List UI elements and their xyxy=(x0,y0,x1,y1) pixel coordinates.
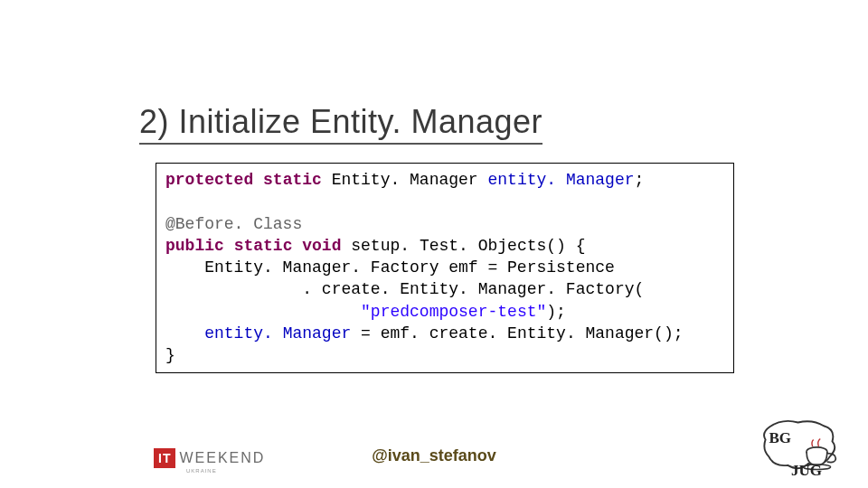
code-text: Entity. Manager xyxy=(322,171,488,189)
code-text: . create. Entity. Manager. Factory( xyxy=(165,280,644,298)
code-text: setup. Test. Objects() { xyxy=(341,237,585,255)
field: entity. Manager xyxy=(487,171,634,189)
keyword: static xyxy=(263,171,322,189)
slide: 2) Initialize Entity. Manager protected … xyxy=(0,0,868,488)
logo-it-box: IT xyxy=(154,448,175,468)
code-text xyxy=(165,303,361,321)
it-weekend-logo: IT WEEKEND UKRAINE xyxy=(154,448,265,468)
code-text: = emf. create. Entity. Manager(); xyxy=(351,324,683,343)
code-text: Entity. Manager. Factory emf = Persisten… xyxy=(165,258,615,277)
logo-weekend-text: WEEKEND xyxy=(179,450,265,466)
code-text xyxy=(165,324,204,343)
keyword: protected xyxy=(165,171,253,189)
code-text: ); xyxy=(546,303,566,321)
bgjug-bg-text: BG xyxy=(769,429,791,446)
code-block: protected static Entity. Manager entity.… xyxy=(156,163,734,373)
blank-line xyxy=(165,192,175,211)
slide-title: 2) Initialize Entity. Manager xyxy=(139,103,542,145)
field: entity. Manager xyxy=(204,324,351,343)
keyword: public xyxy=(165,237,224,255)
keyword: void xyxy=(302,237,341,255)
bg-jug-logo: BG JUG xyxy=(757,414,843,479)
logo-country-text: UKRAINE xyxy=(186,468,217,474)
presenter-handle: @ivan_stefanov xyxy=(0,446,868,465)
bgjug-jug-text: JUG xyxy=(791,462,822,479)
annotation: @Before. Class xyxy=(165,215,302,233)
string-literal: "predcomposer-test" xyxy=(361,303,546,321)
code-text: } xyxy=(165,346,175,364)
keyword: static xyxy=(234,237,293,255)
code-text: ; xyxy=(635,171,645,189)
